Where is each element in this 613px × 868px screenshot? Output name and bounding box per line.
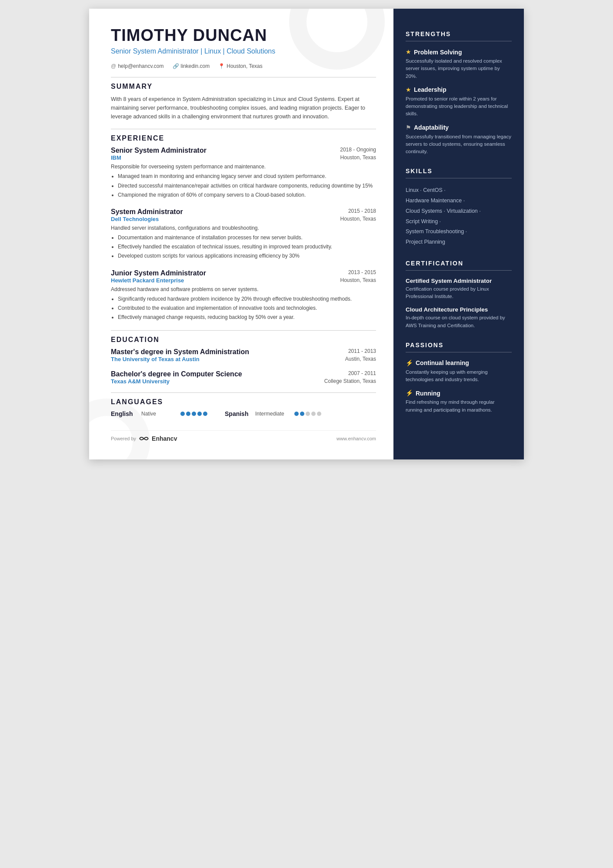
- star-icon-1: ★: [406, 86, 411, 94]
- cert-item-0: Certified System Administrator Certifica…: [406, 278, 512, 301]
- powered-by-label: Powered by: [111, 436, 136, 441]
- candidate-name: TIMOTHY DUNCAN: [111, 26, 376, 45]
- cert-title-1: Cloud Architecture Principles: [406, 306, 512, 313]
- skills-list: Linux · CentOS · Hardware Maintenance · …: [406, 185, 512, 248]
- lang-level-1: Intermediate: [255, 411, 290, 417]
- passion-title-1: Running: [416, 390, 440, 397]
- strength-desc-2: Successfully transitioned from managing …: [406, 133, 512, 156]
- job-sub-0: IBM Houston, Texas: [111, 154, 376, 161]
- job-location-0: Houston, Texas: [340, 154, 376, 161]
- strength-desc-1: Promoted to senior role within 2 years f…: [406, 95, 512, 118]
- languages-row: English Native Spanish Intermediate: [111, 410, 376, 417]
- job-entry-1: System Administrator 2015 - 2018 Dell Te…: [111, 208, 376, 261]
- summary-text: With 8 years of experience in System Adm…: [111, 95, 376, 121]
- education-section-title: EDUCATION: [111, 336, 376, 344]
- resume-wrapper: TIMOTHY DUNCAN Senior System Administrat…: [89, 9, 524, 459]
- lang-item-0: English Native: [111, 410, 207, 417]
- strength-header-2: ⚑ Adaptability: [406, 124, 512, 131]
- skills-section: SKILLS Linux · CentOS · Hardware Mainten…: [406, 168, 512, 248]
- strength-header-1: ★ Leadership: [406, 86, 512, 94]
- name-section: TIMOTHY DUNCAN Senior System Administrat…: [111, 26, 376, 56]
- bullet-0-2: Championed the migration of 60% of compa…: [118, 191, 376, 199]
- skill-line-2: Cloud Systems · Virtualization ·: [406, 206, 512, 217]
- bullet-1-0: Documentation and maintenance of install…: [118, 234, 376, 242]
- strengths-divider: [406, 41, 512, 41]
- dot-0-4: [203, 412, 207, 416]
- edu-header-1: Bachelor's degree in Computer Science 20…: [111, 370, 376, 378]
- bullet-2-0: Significantly reduced hardware problem i…: [118, 295, 376, 303]
- lang-name-1: Spanish: [225, 410, 251, 417]
- summary-divider: [111, 77, 376, 77]
- footer: Powered by Enhancv www.enhancv.com: [111, 430, 376, 442]
- certification-section: CERTIFICATION Certified System Administr…: [406, 260, 512, 329]
- languages-divider: [111, 392, 376, 393]
- dot-1-4: [317, 412, 321, 416]
- job-role-1: System Administrator: [111, 208, 183, 216]
- job-desc-0: Responsible for overseeing system perfor…: [111, 163, 376, 171]
- flag-icon: ⚑: [406, 124, 411, 131]
- job-company-1: Dell Technologies: [111, 216, 159, 222]
- edu-location-0: Austin, Texas: [345, 356, 376, 362]
- job-bullets-0: Managed team in monitoring and enhancing…: [111, 172, 376, 199]
- linkedin-icon: 🔗: [173, 63, 179, 69]
- lang-item-1: Spanish Intermediate: [225, 410, 321, 417]
- skill-line-5: Project Planning: [406, 237, 512, 248]
- bullet-2-2: Effectively managed change requests, red…: [118, 313, 376, 322]
- job-date-1: 2015 - 2018: [348, 208, 376, 214]
- contact-bar: @ help@enhancv.com 🔗 linkedin.com 📍 Hous…: [111, 63, 376, 69]
- job-header-2: Junior System Administrator 2013 - 2015: [111, 269, 376, 277]
- job-role-0: Senior System Administrator: [111, 147, 207, 154]
- strength-item-0: ★ Problem Solving Successfully isolated …: [406, 48, 512, 80]
- passions-section: PASSIONS ⚡ Continual learning Constantly…: [406, 342, 512, 414]
- skills-title: SKILLS: [406, 168, 512, 174]
- location-value: Houston, Texas: [227, 63, 263, 69]
- contact-email: @ help@enhancv.com: [111, 63, 164, 69]
- job-sub-2: Hewlett Packard Enterprise Houston, Texa…: [111, 277, 376, 284]
- languages-section-title: LANGUAGES: [111, 398, 376, 406]
- edu-school-0: The University of Texas at Austin: [111, 356, 200, 362]
- star-icon-0: ★: [406, 48, 411, 56]
- edu-sub-1: Texas A&M University College Station, Te…: [111, 378, 376, 385]
- job-bullets-1: Documentation and maintenance of install…: [111, 234, 376, 261]
- skill-line-0: Linux · CentOS ·: [406, 185, 512, 196]
- edu-date-1: 2007 - 2011: [348, 370, 376, 378]
- dot-1-0: [294, 412, 299, 416]
- bullet-2-1: Contributed to the evaluation and implem…: [118, 304, 376, 312]
- edu-school-1: Texas A&M University: [111, 378, 170, 385]
- lang-dots-1: [294, 412, 321, 416]
- edu-entry-1: Bachelor's degree in Computer Science 20…: [111, 370, 376, 385]
- email-icon: @: [111, 63, 116, 69]
- skill-line-3: Script Writing ·: [406, 217, 512, 227]
- job-location-1: Houston, Texas: [340, 216, 376, 222]
- dot-1-1: [300, 412, 304, 416]
- job-date-0: 2018 - Ongoing: [340, 147, 376, 153]
- cert-item-1: Cloud Architecture Principles In-depth c…: [406, 306, 512, 329]
- left-column: TIMOTHY DUNCAN Senior System Administrat…: [89, 9, 393, 459]
- contact-location: 📍 Houston, Texas: [218, 63, 263, 69]
- edu-location-1: College Station, Texas: [324, 378, 376, 385]
- footer-powered: Powered by Enhancv: [111, 435, 177, 442]
- dot-0-2: [192, 412, 196, 416]
- passion-icon-1: ⚡: [406, 389, 413, 397]
- strength-item-1: ★ Leadership Promoted to senior role wit…: [406, 86, 512, 118]
- job-company-2: Hewlett Packard Enterprise: [111, 277, 184, 284]
- edu-degree-0: Master's degree in System Administration: [111, 348, 249, 356]
- lang-dots-0: [180, 412, 207, 416]
- certification-title: CERTIFICATION: [406, 260, 512, 267]
- passion-desc-1: Find refreshing my mind through regular …: [406, 399, 512, 414]
- strengths-title: STRENGTHS: [406, 30, 512, 37]
- edu-degree-1: Bachelor's degree in Computer Science: [111, 370, 242, 378]
- skill-line-4: System Troubleshooting ·: [406, 227, 512, 237]
- cert-title-0: Certified System Administrator: [406, 278, 512, 284]
- job-header-0: Senior System Administrator 2018 - Ongoi…: [111, 147, 376, 154]
- strength-title-2: Adaptability: [414, 124, 449, 131]
- strength-title-1: Leadership: [414, 86, 446, 93]
- passion-item-1: ⚡ Running Find refreshing my mind throug…: [406, 389, 512, 414]
- linkedin-value: linkedin.com: [181, 63, 210, 69]
- bullet-0-1: Directed successful maintenance/repair a…: [118, 182, 376, 190]
- dot-1-3: [311, 412, 316, 416]
- strength-desc-0: Successfully isolated and resolved compl…: [406, 57, 512, 80]
- dot-0-3: [197, 412, 202, 416]
- experience-section-title: EXPERIENCE: [111, 134, 376, 142]
- email-value: help@enhancv.com: [118, 63, 163, 69]
